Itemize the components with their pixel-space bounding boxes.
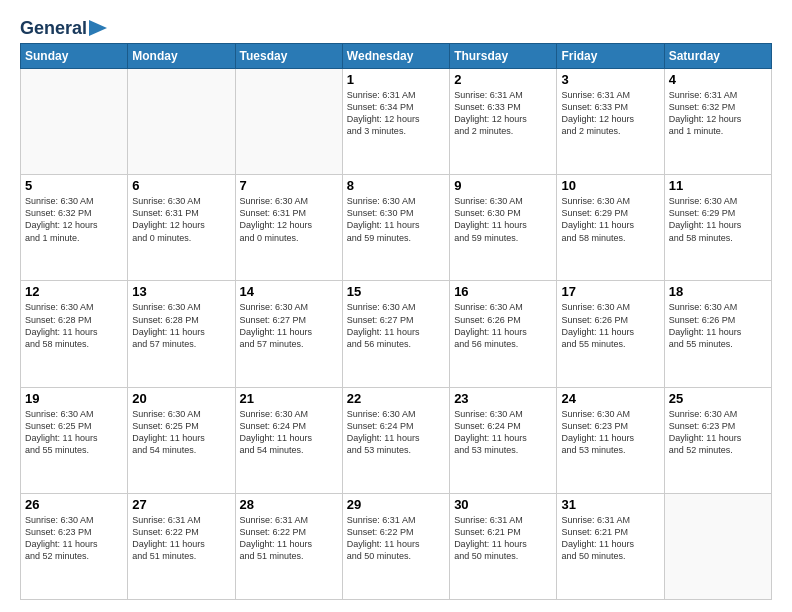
calendar-header-row: SundayMondayTuesdayWednesdayThursdayFrid… <box>21 44 772 69</box>
day-info: Sunrise: 6:31 AM Sunset: 6:33 PM Dayligh… <box>454 89 552 138</box>
logo-arrow-icon <box>89 20 107 36</box>
day-number: 7 <box>240 178 338 193</box>
calendar-cell: 31Sunrise: 6:31 AM Sunset: 6:21 PM Dayli… <box>557 493 664 599</box>
day-info: Sunrise: 6:30 AM Sunset: 6:23 PM Dayligh… <box>669 408 767 457</box>
logo-block: General <box>20 18 107 35</box>
calendar-week-3: 12Sunrise: 6:30 AM Sunset: 6:28 PM Dayli… <box>21 281 772 387</box>
day-number: 24 <box>561 391 659 406</box>
calendar-cell: 8Sunrise: 6:30 AM Sunset: 6:30 PM Daylig… <box>342 175 449 281</box>
day-info: Sunrise: 6:30 AM Sunset: 6:26 PM Dayligh… <box>454 301 552 350</box>
day-number: 20 <box>132 391 230 406</box>
day-number: 12 <box>25 284 123 299</box>
calendar-cell: 28Sunrise: 6:31 AM Sunset: 6:22 PM Dayli… <box>235 493 342 599</box>
weekday-header-thursday: Thursday <box>450 44 557 69</box>
calendar-cell <box>21 69 128 175</box>
calendar-cell: 16Sunrise: 6:30 AM Sunset: 6:26 PM Dayli… <box>450 281 557 387</box>
day-info: Sunrise: 6:30 AM Sunset: 6:23 PM Dayligh… <box>25 514 123 563</box>
day-info: Sunrise: 6:30 AM Sunset: 6:31 PM Dayligh… <box>240 195 338 244</box>
day-info: Sunrise: 6:30 AM Sunset: 6:29 PM Dayligh… <box>669 195 767 244</box>
weekday-header-tuesday: Tuesday <box>235 44 342 69</box>
header: General <box>20 18 772 35</box>
day-number: 27 <box>132 497 230 512</box>
day-info: Sunrise: 6:30 AM Sunset: 6:27 PM Dayligh… <box>240 301 338 350</box>
calendar-cell: 12Sunrise: 6:30 AM Sunset: 6:28 PM Dayli… <box>21 281 128 387</box>
day-number: 25 <box>669 391 767 406</box>
day-info: Sunrise: 6:30 AM Sunset: 6:27 PM Dayligh… <box>347 301 445 350</box>
weekday-header-monday: Monday <box>128 44 235 69</box>
svg-marker-0 <box>89 20 107 36</box>
day-number: 29 <box>347 497 445 512</box>
day-info: Sunrise: 6:30 AM Sunset: 6:25 PM Dayligh… <box>132 408 230 457</box>
day-info: Sunrise: 6:30 AM Sunset: 6:25 PM Dayligh… <box>25 408 123 457</box>
day-info: Sunrise: 6:30 AM Sunset: 6:23 PM Dayligh… <box>561 408 659 457</box>
calendar-cell: 24Sunrise: 6:30 AM Sunset: 6:23 PM Dayli… <box>557 387 664 493</box>
weekday-header-wednesday: Wednesday <box>342 44 449 69</box>
day-info: Sunrise: 6:30 AM Sunset: 6:30 PM Dayligh… <box>454 195 552 244</box>
day-number: 6 <box>132 178 230 193</box>
weekday-header-saturday: Saturday <box>664 44 771 69</box>
calendar-week-5: 26Sunrise: 6:30 AM Sunset: 6:23 PM Dayli… <box>21 493 772 599</box>
day-number: 15 <box>347 284 445 299</box>
day-info: Sunrise: 6:30 AM Sunset: 6:30 PM Dayligh… <box>347 195 445 244</box>
day-info: Sunrise: 6:30 AM Sunset: 6:24 PM Dayligh… <box>240 408 338 457</box>
calendar-cell: 15Sunrise: 6:30 AM Sunset: 6:27 PM Dayli… <box>342 281 449 387</box>
page: General SundayMondayTuesdayWednesdayThur… <box>0 0 792 612</box>
day-number: 26 <box>25 497 123 512</box>
calendar-cell: 22Sunrise: 6:30 AM Sunset: 6:24 PM Dayli… <box>342 387 449 493</box>
calendar-week-4: 19Sunrise: 6:30 AM Sunset: 6:25 PM Dayli… <box>21 387 772 493</box>
day-number: 28 <box>240 497 338 512</box>
day-number: 11 <box>669 178 767 193</box>
day-number: 23 <box>454 391 552 406</box>
day-info: Sunrise: 6:30 AM Sunset: 6:31 PM Dayligh… <box>132 195 230 244</box>
calendar-cell: 6Sunrise: 6:30 AM Sunset: 6:31 PM Daylig… <box>128 175 235 281</box>
calendar-cell: 23Sunrise: 6:30 AM Sunset: 6:24 PM Dayli… <box>450 387 557 493</box>
day-number: 19 <box>25 391 123 406</box>
calendar-cell: 5Sunrise: 6:30 AM Sunset: 6:32 PM Daylig… <box>21 175 128 281</box>
calendar-cell: 2Sunrise: 6:31 AM Sunset: 6:33 PM Daylig… <box>450 69 557 175</box>
day-number: 31 <box>561 497 659 512</box>
calendar-cell: 17Sunrise: 6:30 AM Sunset: 6:26 PM Dayli… <box>557 281 664 387</box>
day-info: Sunrise: 6:30 AM Sunset: 6:28 PM Dayligh… <box>25 301 123 350</box>
day-number: 14 <box>240 284 338 299</box>
day-number: 1 <box>347 72 445 87</box>
calendar-cell: 10Sunrise: 6:30 AM Sunset: 6:29 PM Dayli… <box>557 175 664 281</box>
day-info: Sunrise: 6:31 AM Sunset: 6:34 PM Dayligh… <box>347 89 445 138</box>
weekday-header-friday: Friday <box>557 44 664 69</box>
day-info: Sunrise: 6:30 AM Sunset: 6:32 PM Dayligh… <box>25 195 123 244</box>
calendar-cell: 3Sunrise: 6:31 AM Sunset: 6:33 PM Daylig… <box>557 69 664 175</box>
day-info: Sunrise: 6:30 AM Sunset: 6:26 PM Dayligh… <box>669 301 767 350</box>
calendar-cell: 27Sunrise: 6:31 AM Sunset: 6:22 PM Dayli… <box>128 493 235 599</box>
day-info: Sunrise: 6:31 AM Sunset: 6:21 PM Dayligh… <box>561 514 659 563</box>
calendar-cell: 14Sunrise: 6:30 AM Sunset: 6:27 PM Dayli… <box>235 281 342 387</box>
day-info: Sunrise: 6:30 AM Sunset: 6:28 PM Dayligh… <box>132 301 230 350</box>
day-number: 17 <box>561 284 659 299</box>
day-number: 30 <box>454 497 552 512</box>
calendar-cell: 7Sunrise: 6:30 AM Sunset: 6:31 PM Daylig… <box>235 175 342 281</box>
day-number: 9 <box>454 178 552 193</box>
calendar-week-1: 1Sunrise: 6:31 AM Sunset: 6:34 PM Daylig… <box>21 69 772 175</box>
day-number: 22 <box>347 391 445 406</box>
day-info: Sunrise: 6:31 AM Sunset: 6:21 PM Dayligh… <box>454 514 552 563</box>
weekday-header-sunday: Sunday <box>21 44 128 69</box>
day-info: Sunrise: 6:30 AM Sunset: 6:24 PM Dayligh… <box>347 408 445 457</box>
calendar-table: SundayMondayTuesdayWednesdayThursdayFrid… <box>20 43 772 600</box>
day-number: 2 <box>454 72 552 87</box>
calendar-cell: 26Sunrise: 6:30 AM Sunset: 6:23 PM Dayli… <box>21 493 128 599</box>
day-info: Sunrise: 6:30 AM Sunset: 6:29 PM Dayligh… <box>561 195 659 244</box>
calendar-cell: 1Sunrise: 6:31 AM Sunset: 6:34 PM Daylig… <box>342 69 449 175</box>
calendar-cell: 25Sunrise: 6:30 AM Sunset: 6:23 PM Dayli… <box>664 387 771 493</box>
day-info: Sunrise: 6:31 AM Sunset: 6:22 PM Dayligh… <box>240 514 338 563</box>
day-number: 5 <box>25 178 123 193</box>
day-number: 13 <box>132 284 230 299</box>
calendar-cell <box>664 493 771 599</box>
day-info: Sunrise: 6:30 AM Sunset: 6:24 PM Dayligh… <box>454 408 552 457</box>
day-number: 4 <box>669 72 767 87</box>
calendar-cell: 19Sunrise: 6:30 AM Sunset: 6:25 PM Dayli… <box>21 387 128 493</box>
calendar-cell <box>235 69 342 175</box>
day-number: 8 <box>347 178 445 193</box>
day-info: Sunrise: 6:30 AM Sunset: 6:26 PM Dayligh… <box>561 301 659 350</box>
calendar-cell: 18Sunrise: 6:30 AM Sunset: 6:26 PM Dayli… <box>664 281 771 387</box>
day-number: 16 <box>454 284 552 299</box>
calendar-cell: 13Sunrise: 6:30 AM Sunset: 6:28 PM Dayli… <box>128 281 235 387</box>
day-number: 21 <box>240 391 338 406</box>
